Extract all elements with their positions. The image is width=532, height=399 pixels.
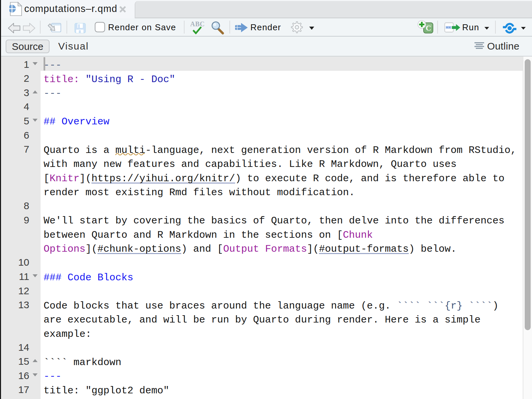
- svg-text:C: C: [426, 24, 431, 32]
